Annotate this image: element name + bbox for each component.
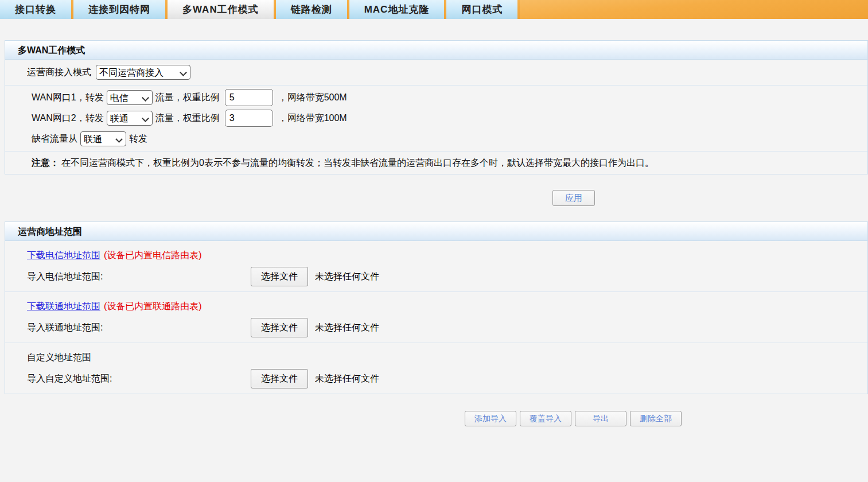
tab-label: 链路检测 <box>291 3 332 16</box>
telecom-file-status: 未选择任何文件 <box>315 271 379 283</box>
tab-label: 多WAN工作模式 <box>182 3 259 16</box>
wan1-row: WAN网口1，转发 电信 流量，权重比例 ，网络带宽500M <box>32 87 867 108</box>
wan2-isp-select-wrap: 联通 <box>107 111 153 126</box>
isp-access-mode-label: 运营商接入模式 <box>27 67 91 79</box>
download-unicom-link[interactable]: 下载联通地址范围 <box>27 301 100 313</box>
wan2-isp-select[interactable]: 联通 <box>107 111 153 126</box>
tab-interface-conversion[interactable]: 接口转换 <box>0 0 71 19</box>
unicom-import-label: 导入联通地址范围: <box>27 322 251 334</box>
wan1-mid: 流量，权重比例 <box>155 92 220 104</box>
delete-all-button[interactable]: 删除全部 <box>630 411 682 426</box>
multi-wan-panel: 多WAN工作模式 运营商接入模式 不同运营商接入 WAN网口1，转发 电信 流量… <box>5 40 868 174</box>
telecom-import-line: 导入电信地址范围: 选择文件 未选择任何文件 <box>27 265 867 288</box>
default-traffic-row: 缺省流量从 联通 转发 <box>32 129 867 149</box>
apply-row: 应用 <box>0 190 868 206</box>
telecom-address-group: 下载电信地址范围 (设备已内置电信路由表) 导入电信地址范围: 选择文件 未选择… <box>5 241 867 291</box>
unicom-import-line: 导入联通地址范围: 选择文件 未选择任何文件 <box>27 316 867 339</box>
import-actions-row: 添加导入 覆盖导入 导出 删除全部 <box>465 411 868 426</box>
custom-choose-file-button[interactable]: 选择文件 <box>251 369 308 388</box>
wan2-prefix: WAN网口2，转发 <box>32 112 104 125</box>
default-isp-select[interactable]: 联通 <box>80 131 126 146</box>
isp-access-mode-select[interactable]: 不同运营商接入 <box>96 65 190 80</box>
wan1-isp-select[interactable]: 电信 <box>107 90 153 105</box>
panel-title: 运营商地址范围 <box>5 222 867 241</box>
custom-address-group: 自定义地址范围 导入自定义地址范围: 选择文件 未选择任何文件 <box>5 343 867 394</box>
tab-link-detection[interactable]: 链路检测 <box>276 0 347 19</box>
tab-port-mode[interactable]: 网口模式 <box>446 0 517 19</box>
isp-access-mode-select-wrap: 不同运营商接入 <box>96 65 190 80</box>
overwrite-import-button[interactable]: 覆盖导入 <box>520 411 571 426</box>
custom-range-label: 自定义地址范围 <box>27 352 91 364</box>
wan2-row: WAN网口2，转发 联通 流量，权重比例 ，网络带宽100M <box>32 108 867 129</box>
tab-mac-clone[interactable]: MAC地址克隆 <box>349 0 445 19</box>
unicom-download-line: 下载联通地址范围 (设备已内置联通路由表) <box>27 297 867 316</box>
default-traffic-suffix: 转发 <box>129 133 147 145</box>
append-import-button[interactable]: 添加导入 <box>465 411 516 426</box>
tab-label: 连接到因特网 <box>88 3 150 16</box>
tab-bar: 接口转换 连接到因特网 多WAN工作模式 链路检测 MAC地址克隆 网口模式 <box>0 0 868 19</box>
unicom-choose-file-button[interactable]: 选择文件 <box>251 318 308 337</box>
wan2-weight-input[interactable] <box>225 110 273 127</box>
telecom-import-label: 导入电信地址范围: <box>27 271 251 283</box>
wan1-prefix: WAN网口1，转发 <box>32 92 104 104</box>
download-telecom-link[interactable]: 下载电信地址范围 <box>27 250 100 262</box>
unicom-address-group: 下载联通地址范围 (设备已内置联通路由表) 导入联通地址范围: 选择文件 未选择… <box>5 291 867 343</box>
wan1-weight-input[interactable] <box>225 89 273 106</box>
tab-multi-wan-mode[interactable]: 多WAN工作模式 <box>168 0 274 19</box>
unicom-file-status: 未选择任何文件 <box>315 322 379 334</box>
custom-import-line: 导入自定义地址范围: 选择文件 未选择任何文件 <box>27 367 867 390</box>
tab-connect-internet[interactable]: 连接到因特网 <box>73 0 165 19</box>
isp-access-mode-row: 运营商接入模式 不同运营商接入 <box>5 60 867 85</box>
export-button[interactable]: 导出 <box>575 411 626 426</box>
custom-file-status: 未选择任何文件 <box>315 373 379 385</box>
wan1-isp-select-wrap: 电信 <box>107 90 153 105</box>
tab-label: 网口模式 <box>461 3 503 16</box>
custom-import-label: 导入自定义地址范围: <box>27 373 251 385</box>
wan1-suffix: ，网络带宽500M <box>278 92 347 104</box>
wan2-suffix: ，网络带宽100M <box>278 112 347 125</box>
unicom-builtin-note: (设备已内置联通路由表) <box>104 301 202 313</box>
isp-address-range-panel: 运营商地址范围 下载电信地址范围 (设备已内置电信路由表) 导入电信地址范围: … <box>5 221 868 394</box>
notice-label: 注意： <box>32 158 59 168</box>
default-isp-select-wrap: 联通 <box>80 131 126 146</box>
apply-button[interactable]: 应用 <box>552 190 595 206</box>
notice-row: 注意：在不同运营商模式下，权重比例为0表示不参与流量的均衡转发；当转发非缺省流量… <box>5 151 867 174</box>
telecom-download-line: 下载电信地址范围 (设备已内置电信路由表) <box>27 246 867 265</box>
default-traffic-prefix: 缺省流量从 <box>32 133 77 145</box>
page: 接口转换 连接到因特网 多WAN工作模式 链路检测 MAC地址克隆 网口模式 多… <box>0 0 868 482</box>
tab-label: 接口转换 <box>15 3 56 16</box>
custom-range-line: 自定义地址范围 <box>27 348 867 367</box>
tab-label: MAC地址克隆 <box>364 3 430 16</box>
telecom-builtin-note: (设备已内置电信路由表) <box>104 250 202 262</box>
telecom-choose-file-button[interactable]: 选择文件 <box>251 267 308 286</box>
panel-title: 多WAN工作模式 <box>5 41 867 60</box>
wan2-mid: 流量，权重比例 <box>155 112 220 125</box>
wan-settings-block: WAN网口1，转发 电信 流量，权重比例 ，网络带宽500M WAN网口2，转发… <box>5 85 867 151</box>
notice-text: 在不同运营商模式下，权重比例为0表示不参与流量的均衡转发；当转发非缺省流量的运营… <box>61 158 654 168</box>
